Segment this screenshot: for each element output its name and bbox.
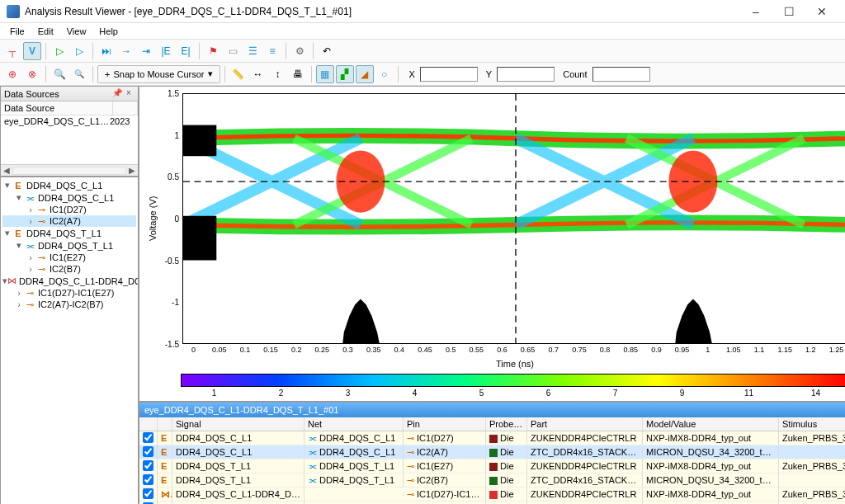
data-source-header: Data Source [1,101,138,115]
signal-row[interactable]: ⋈DDR4_DQS_C_L1-DDR4_DQS_T...⊸ IC1(D27)-I… [139,488,845,502]
signal-row[interactable]: EDDR4_DQS_T_L1⫘ DDR4_DQS_T_L1⊸ IC1(E27) … [139,459,845,473]
x-ticks: 00.050.10.150.20.250.30.350.40.450.50.55… [146,344,845,357]
coord-y-label: Y [486,69,492,79]
tree-item[interactable]: ›⊸IC1(D27)-IC1(E27) [2,287,136,299]
tool-ealign-icon[interactable]: |E [157,42,175,60]
colorbar-ticks: 123456791114 [146,389,845,398]
signals-panel: eye_DDR4_DQS_C_L1-DDR4_DQS_T_L1_#01 + × … [139,402,845,504]
coord-x-field[interactable] [420,67,478,82]
row-checkbox[interactable] [143,474,153,485]
app-icon [7,5,20,18]
panel-close-icon[interactable]: × [123,88,135,100]
tool-ruler-icon[interactable]: 📏 [229,65,248,83]
snap-plus-icon: + [105,69,110,79]
minimize-button[interactable]: – [739,0,772,23]
tool-ealign2-icon[interactable]: E| [177,42,195,60]
signal-tree-panel: ▾EDDR4_DQS_C_L1▾⫘DDR4_DQS_C_L1›⊸IC1(D27)… [0,177,139,504]
row-checkbox[interactable] [143,460,153,471]
tool-arrows-icon[interactable]: ⇥ [137,42,155,60]
tool-target1-icon[interactable]: ⊕ [3,65,21,83]
tool-circle-icon[interactable]: ○ [375,65,394,83]
panel-pin-icon[interactable]: 📌 [111,88,123,100]
svg-rect-2 [183,216,216,261]
tool-time-icon[interactable]: ┬ [3,42,21,60]
y-ticks: 1.510.50-0.5-1-1.5 [159,93,182,344]
eye-diagram-svg [183,94,845,344]
plot-area[interactable]: Voltage (V) 1.510.50-0.5-1-1.5 [139,86,845,402]
tree-item[interactable]: ›⊸IC1(D27) [2,204,136,215]
signal-row[interactable]: EDDR4_DQS_C_L1⫘ DDR4_DQS_C_L1⊸ IC2(A7) D… [139,445,845,459]
titlebar: Analysis Result Viewer - [eye_DDR4_DQS_C… [0,0,845,23]
menu-edit[interactable]: Edit [31,25,60,38]
close-button[interactable]: ✕ [805,0,838,23]
menu-view[interactable]: View [60,25,93,38]
snap-label: Snap to Mouse Cursor [113,69,204,79]
signals-tab[interactable]: eye_DDR4_DQS_C_L1-DDR4_DQS_T_L1_#01 + × [139,403,845,417]
window-title: Analysis Result Viewer - [eye_DDR4_DQS_C… [25,6,739,17]
coord-y-field[interactable] [497,67,555,82]
coord-x-label: X [409,69,415,79]
col-data-source[interactable]: Data Source [1,101,113,115]
tool-skip-icon[interactable]: ⏭ [97,42,116,60]
tool-grid-icon[interactable]: ▦ [316,65,334,83]
tool-gear-icon[interactable]: ⚙ [290,42,309,60]
coord-count-field[interactable] [592,67,650,82]
maximize-button[interactable]: ☐ [772,0,805,23]
col-date[interactable] [113,101,138,115]
menu-file[interactable]: File [3,25,31,38]
snap-mode-dropdown[interactable]: + Snap to Mouse Cursor ▾ [97,65,220,83]
tool-hist-icon[interactable]: ▞ [336,65,354,83]
signals-header: Signal Net Pin Probe Set Part Model/Valu… [139,417,845,431]
toolbar-cursor: ⊕ ⊗ 🔍 🔍 + Snap to Mouse Cursor ▾ 📏 ↔ ↕ 🖶… [0,63,845,86]
data-sources-panel: Data Sources 📌 × Data Source eye_DDR4_DQ… [0,86,139,177]
tool-caliper2-icon[interactable]: ↕ [269,65,287,83]
tool-voltage-icon[interactable]: V [23,42,41,60]
tool-print-icon[interactable]: 🖶 [289,65,307,83]
signal-row[interactable]: EDDR4_DQS_C_L1⫘ DDR4_DQS_C_L1⊸ IC1(D27) … [139,431,845,445]
tree-item[interactable]: ›⊸IC2(B7) [2,263,136,275]
tool-chart-icon[interactable]: ◢ [356,65,374,83]
tool-target2-icon[interactable]: ⊗ [23,65,41,83]
svg-rect-3 [183,125,216,157]
data-sources-title: Data Sources [4,89,59,99]
tree-item[interactable]: ›⊸IC1(E27) [2,252,136,263]
tool-play-icon[interactable]: ▷ [50,42,68,60]
tool-play2-icon[interactable]: ▷ [70,42,88,60]
tool-zoom-in-icon[interactable]: 🔍 [50,65,68,83]
tree-item[interactable]: ▾EDDR4_DQS_T_L1 [2,227,136,239]
menu-help[interactable]: Help [92,25,125,38]
tree-item[interactable]: ▾⫘DDR4_DQS_C_L1 [2,191,136,204]
tree-item[interactable]: ›⊸IC2(A7)-IC2(B7) [2,299,136,310]
tool-flag-icon[interactable]: ⚑ [204,42,222,60]
tree-item[interactable]: ▾⫘DDR4_DQS_T_L1 [2,239,136,252]
row-checkbox[interactable] [143,446,153,457]
menubar: File Edit View Help [0,23,845,40]
data-source-row[interactable]: eye_DDR4_DQS_C_L1-DDR4_D... 2023 [1,115,138,127]
tool-zoom-out-icon[interactable]: 🔍 [70,65,88,83]
ds-scrollbar[interactable]: ◀▶ [1,164,138,176]
y-axis-label: Voltage (V) [146,93,159,344]
tool-next-icon[interactable]: → [117,42,135,60]
row-checkbox[interactable] [143,432,153,443]
signal-row[interactable]: EDDR4_DQS_T_L1⫘ DDR4_DQS_T_L1⊸ IC2(B7) D… [139,473,845,488]
tool-layers-icon[interactable]: ≡ [263,42,281,60]
tree-item[interactable]: ▾EDDR4_DQS_C_L1 [2,179,136,191]
tree-item[interactable]: ▾⋈DDR4_DQS_C_L1-DDR4_DQS_T... [2,275,136,287]
coord-count-label: Count [563,69,587,79]
toolbar-main: ┬ V ▷ ▷ ⏭ → ⇥ |E E| ⚑ ▭ ☰ ≡ ⚙ ↶ [0,40,845,63]
tool-undo-icon[interactable]: ↶ [318,42,336,60]
x-axis-label: Time (ns) [181,357,845,370]
row-checkbox[interactable] [143,488,153,499]
tool-caliper-icon[interactable]: ↔ [249,65,267,83]
tree-item[interactable]: ›⊸IC2(A7) [2,215,136,227]
chevron-down-icon: ▾ [208,68,213,79]
colorbar [181,374,845,387]
tool-layout-icon[interactable]: ☰ [243,42,262,60]
tool-window-icon[interactable]: ▭ [224,42,242,60]
eye-diagram[interactable] [182,93,845,344]
